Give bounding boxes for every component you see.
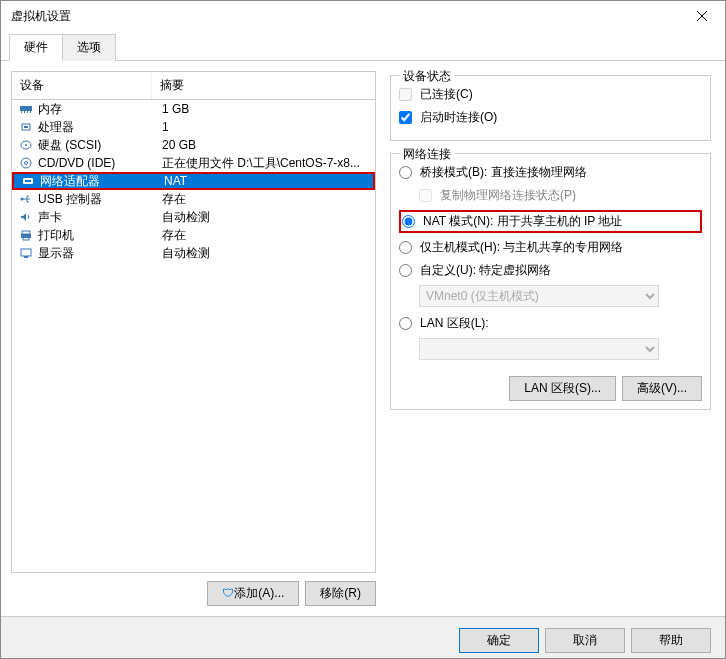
device-summary: 20 GB [162, 138, 369, 152]
svg-rect-6 [24, 126, 28, 128]
remove-button[interactable]: 移除(R) [305, 581, 376, 606]
device-summary: 存在 [162, 227, 369, 244]
device-summary: 1 GB [162, 102, 369, 116]
sound-icon [18, 210, 34, 224]
status-legend: 设备状态 [399, 68, 455, 85]
device-name: USB 控制器 [38, 191, 162, 208]
network-legend: 网络连接 [399, 146, 455, 163]
device-list: 设备 摘要 内存1 GB处理器1硬盘 (SCSI)20 GBCD/DVD (ID… [11, 71, 376, 573]
disk-icon [18, 138, 34, 152]
tab-bar: 硬件 选项 [1, 33, 725, 61]
lan-segment-select [419, 338, 659, 360]
device-name: 网络适配器 [40, 173, 164, 190]
cpu-icon [18, 120, 34, 134]
custom-radio[interactable]: 自定义(U): 特定虚拟网络 [399, 262, 702, 279]
display-icon [18, 246, 34, 260]
header-summary[interactable]: 摘要 [152, 72, 375, 99]
device-name: 声卡 [38, 209, 162, 226]
device-row[interactable]: 处理器1 [12, 118, 375, 136]
lan-segment-radio[interactable]: LAN 区段(L): [399, 315, 702, 332]
device-name: CD/DVD (IDE) [38, 156, 162, 170]
vmnet-select: VMnet0 (仅主机模式) [419, 285, 659, 307]
svg-rect-0 [20, 106, 32, 111]
device-row[interactable]: 打印机存在 [12, 226, 375, 244]
replicate-checkbox: 复制物理网络连接状态(P) [419, 187, 702, 204]
device-row[interactable]: 内存1 GB [12, 100, 375, 118]
svg-point-10 [25, 162, 28, 165]
bridged-radio[interactable]: 桥接模式(B): 直接连接物理网络 [399, 164, 702, 181]
device-row[interactable]: 硬盘 (SCSI)20 GB [12, 136, 375, 154]
device-status-group: 设备状态 已连接(C) 启动时连接(O) [390, 75, 711, 141]
device-row[interactable]: 显示器自动检测 [12, 244, 375, 262]
device-row[interactable]: CD/DVD (IDE)正在使用文件 D:\工具\CentOS-7-x8... [12, 154, 375, 172]
nat-radio[interactable]: NAT 模式(N): 用于共享主机的 IP 地址 [399, 210, 702, 233]
device-row[interactable]: 声卡自动检测 [12, 208, 375, 226]
tab-options[interactable]: 选项 [62, 34, 116, 61]
svg-rect-1 [21, 111, 22, 113]
cd-icon [18, 156, 34, 170]
list-header: 设备 摘要 [12, 72, 375, 100]
cancel-button[interactable]: 取消 [545, 628, 625, 653]
network-connection-group: 网络连接 桥接模式(B): 直接连接物理网络 复制物理网络连接状态(P) NAT… [390, 153, 711, 410]
printer-icon [18, 228, 34, 242]
window-title: 虚拟机设置 [11, 8, 71, 25]
device-summary: 1 [162, 120, 369, 134]
device-summary: 自动检测 [162, 245, 369, 262]
ok-button[interactable]: 确定 [459, 628, 539, 653]
dialog-footer: 确定 取消 帮助 [1, 616, 725, 659]
add-button[interactable]: 🛡添加(A)... [207, 581, 299, 606]
device-summary: 存在 [162, 191, 369, 208]
device-summary: 自动检测 [162, 209, 369, 226]
device-summary: 正在使用文件 D:\工具\CentOS-7-x8... [162, 155, 369, 172]
device-row[interactable]: USB 控制器存在 [12, 190, 375, 208]
device-name: 硬盘 (SCSI) [38, 137, 162, 154]
shield-icon: 🛡 [222, 586, 234, 600]
svg-rect-16 [23, 237, 29, 240]
device-summary: NAT [164, 174, 367, 188]
device-name: 显示器 [38, 245, 162, 262]
svg-point-8 [25, 144, 27, 146]
tab-hardware[interactable]: 硬件 [9, 34, 63, 61]
connected-checkbox[interactable]: 已连接(C) [399, 86, 702, 103]
device-row[interactable]: 网络适配器NAT [12, 172, 375, 190]
svg-rect-2 [24, 111, 25, 113]
svg-rect-12 [25, 180, 31, 182]
device-name: 内存 [38, 101, 162, 118]
device-name: 打印机 [38, 227, 162, 244]
svg-rect-4 [30, 111, 31, 113]
advanced-button[interactable]: 高级(V)... [622, 376, 702, 401]
device-name: 处理器 [38, 119, 162, 136]
svg-rect-17 [21, 249, 31, 256]
hostonly-radio[interactable]: 仅主机模式(H): 与主机共享的专用网络 [399, 239, 702, 256]
help-button[interactable]: 帮助 [631, 628, 711, 653]
net-icon [20, 174, 36, 188]
header-device[interactable]: 设备 [12, 72, 152, 99]
close-button[interactable] [679, 1, 725, 31]
svg-point-9 [21, 158, 31, 168]
usb-icon [18, 192, 34, 206]
memory-icon [18, 102, 34, 116]
poweron-checkbox[interactable]: 启动时连接(O) [399, 109, 702, 126]
svg-rect-18 [24, 256, 28, 258]
svg-rect-14 [22, 231, 30, 234]
svg-rect-3 [27, 111, 28, 113]
lan-segments-button[interactable]: LAN 区段(S)... [509, 376, 616, 401]
